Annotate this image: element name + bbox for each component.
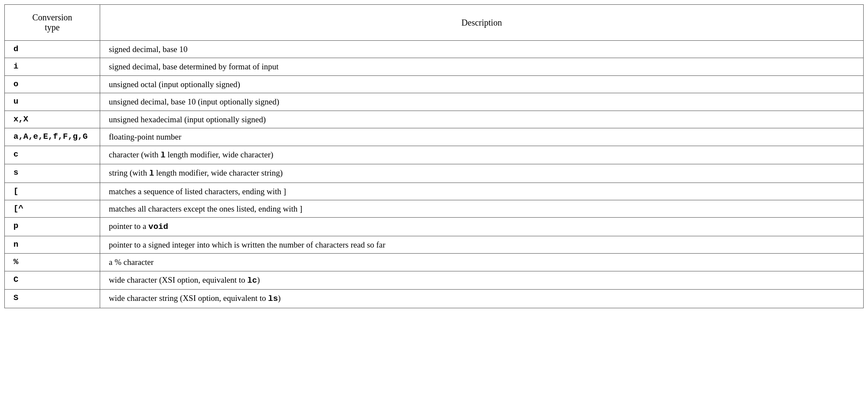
conversion-table: Conversiontype Description dsigned decim…: [4, 4, 864, 308]
conversion-type-cell: C: [5, 271, 100, 289]
conversion-type-cell: S: [5, 290, 100, 308]
description-cell: matches a sequence of listed characters,…: [100, 183, 864, 200]
description-cell: pointer to a void: [100, 218, 864, 236]
conversion-type-cell: c: [5, 146, 100, 164]
table-row: ounsigned octal (input optionally signed…: [5, 75, 864, 93]
conversion-type-cell: a,A,e,E,f,F,g,G: [5, 128, 100, 146]
table-row: [^matches all characters except the ones…: [5, 200, 864, 217]
conversion-type-cell: x,X: [5, 111, 100, 128]
description-cell: a % character: [100, 254, 864, 271]
header-conversion-type: Conversiontype: [5, 5, 100, 41]
table-row: sstring (with l length modifier, wide ch…: [5, 164, 864, 183]
table-row: x,Xunsigned hexadecimal (input optionall…: [5, 111, 864, 128]
conversion-type-cell: o: [5, 75, 100, 93]
table-row: Cwide character (XSI option, equivalent …: [5, 271, 864, 289]
table-row: Swide character string (XSI option, equi…: [5, 290, 864, 308]
conversion-type-cell: p: [5, 218, 100, 236]
conversion-type-cell: u: [5, 93, 100, 111]
conversion-type-cell: n: [5, 236, 100, 253]
table-row: dsigned decimal, base 10: [5, 41, 864, 58]
table-row: [matches a sequence of listed characters…: [5, 183, 864, 200]
description-cell: wide character (XSI option, equivalent t…: [100, 271, 864, 289]
description-cell: unsigned decimal, base 10 (input optiona…: [100, 93, 864, 111]
conversion-type-cell: s: [5, 164, 100, 183]
table-row: ppointer to a void: [5, 218, 864, 236]
description-cell: unsigned octal (input optionally signed): [100, 75, 864, 93]
conversion-type-cell: [: [5, 183, 100, 200]
conversion-type-cell: i: [5, 58, 100, 75]
description-cell: character (with l length modifier, wide …: [100, 146, 864, 164]
header-description: Description: [100, 5, 864, 41]
table-row: %a % character: [5, 254, 864, 271]
description-cell: matches all characters except the ones l…: [100, 200, 864, 217]
table-row: uunsigned decimal, base 10 (input option…: [5, 93, 864, 111]
description-cell: wide character string (XSI option, equiv…: [100, 290, 864, 308]
table-row: ccharacter (with l length modifier, wide…: [5, 146, 864, 164]
description-cell: floating-point number: [100, 128, 864, 146]
table-row: isigned decimal, base determined by form…: [5, 58, 864, 75]
description-cell: signed decimal, base determined by forma…: [100, 58, 864, 75]
conversion-type-cell: %: [5, 254, 100, 271]
table-row: a,A,e,E,f,F,g,Gfloating-point number: [5, 128, 864, 146]
table-row: npointer to a signed integer into which …: [5, 236, 864, 253]
description-cell: unsigned hexadecimal (input optionally s…: [100, 111, 864, 128]
description-cell: string (with l length modifier, wide cha…: [100, 164, 864, 183]
description-cell: signed decimal, base 10: [100, 41, 864, 58]
description-cell: pointer to a signed integer into which i…: [100, 236, 864, 253]
conversion-type-cell: d: [5, 41, 100, 58]
conversion-type-cell: [^: [5, 200, 100, 217]
